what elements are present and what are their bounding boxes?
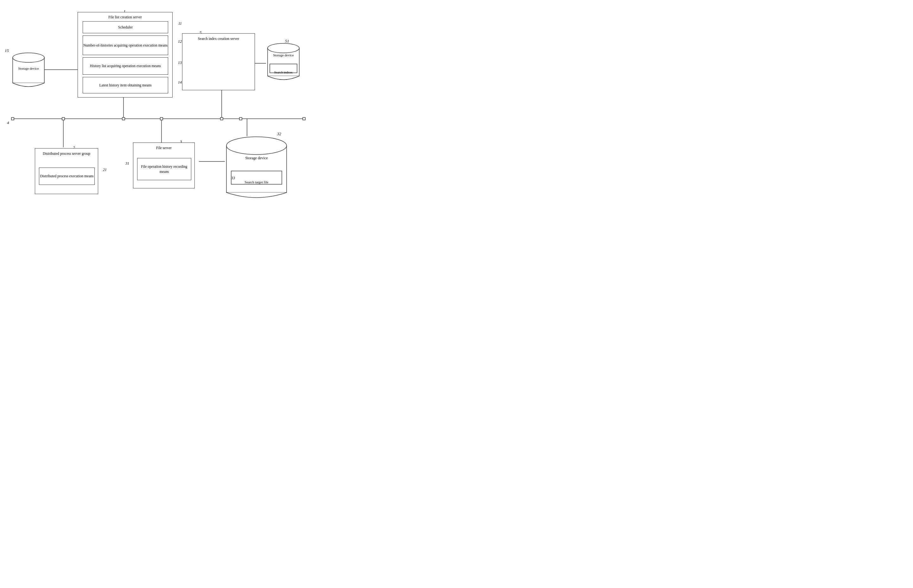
search-indices-label: Search indices — [270, 71, 297, 74]
diagram: 1 File list creation server Scheduler 11… — [0, 0, 317, 204]
label-33: 33 — [231, 176, 235, 181]
num-histories-label: Number-of-histories acquiring operation … — [83, 43, 168, 48]
file-op-history-box: File operation history recording means — [137, 158, 191, 180]
search-index-server-label: Search index creation server — [183, 36, 255, 41]
label-12: 12 — [178, 39, 182, 44]
svg-rect-10 — [62, 118, 65, 120]
scheduler-box: Scheduler — [82, 21, 168, 33]
label-11: 11 — [178, 21, 182, 26]
svg-point-19 — [268, 44, 299, 53]
label-14: 14 — [178, 80, 182, 85]
distributed-exec-label: Distributed process execution means — [40, 173, 94, 179]
svg-rect-13 — [220, 118, 223, 120]
label-4: 4 — [7, 120, 9, 125]
storage-51-label: Storage device — [266, 53, 301, 57]
search-target-label: Search target file — [231, 180, 282, 184]
file-list-server-label: File list creation server — [78, 15, 172, 19]
svg-rect-14 — [239, 118, 242, 120]
history-list-label: History list acquiring operation executi… — [90, 63, 161, 68]
svg-rect-9 — [11, 118, 14, 120]
distributed-exec-box: Distributed process execution means — [39, 168, 95, 185]
distributed-server-label: Distributed process server group — [35, 151, 98, 156]
svg-rect-15 — [303, 118, 305, 120]
label-21: 21 — [103, 168, 107, 172]
label-31: 31 — [125, 161, 129, 166]
storage-device-51: Storage device Search indices — [266, 41, 301, 84]
file-op-history-label: File operation history recording means — [137, 164, 191, 174]
storage-15-label: Storage device — [11, 66, 46, 70]
file-server-label: File server — [133, 145, 194, 150]
search-index-server-box: Search index creation server — [182, 33, 255, 90]
file-server-box: File server File operation history recor… — [133, 142, 195, 188]
latest-history-label: Latest history item obtaining means — [99, 82, 152, 88]
storage-device-32: Storage device Search target file — [225, 136, 288, 199]
storage-device-15: Storage device — [11, 51, 46, 90]
svg-point-17 — [13, 53, 44, 62]
svg-rect-12 — [160, 118, 163, 120]
file-list-server-box: File list creation server Scheduler 11 N… — [78, 12, 173, 97]
svg-point-22 — [226, 137, 287, 155]
label-51: 51 — [285, 39, 289, 44]
num-histories-box: Number-of-histories acquiring operation … — [82, 36, 168, 55]
history-list-box: History list acquiring operation executi… — [82, 57, 168, 75]
svg-rect-11 — [122, 118, 125, 120]
storage-32-label: Storage device — [225, 156, 288, 160]
distributed-server-box: Distributed process server group Distrib… — [35, 148, 98, 194]
label-32: 32 — [277, 131, 281, 136]
label-13: 13 — [178, 60, 182, 65]
scheduler-label: Scheduler — [118, 25, 133, 30]
label-15: 15 — [5, 48, 9, 53]
latest-history-box: Latest history item obtaining means — [82, 77, 168, 94]
